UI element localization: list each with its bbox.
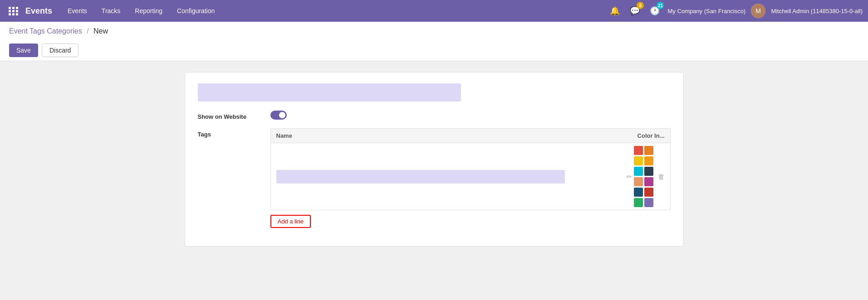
nav-configuration[interactable]: Configuration <box>171 5 221 17</box>
color-swatch[interactable] <box>634 188 643 197</box>
col-name: Name <box>270 129 570 143</box>
tags-section: Name Color In... ✏ <box>270 128 671 228</box>
tag-name-cell <box>270 143 570 210</box>
color-swatch[interactable] <box>634 156 643 165</box>
messages-badge: 6 <box>637 2 644 9</box>
tag-color-cell: ✏ 🗑 <box>570 143 670 210</box>
form-card: Show on Website ✓ Tags Name Color In... <box>185 72 684 247</box>
color-swatch[interactable] <box>634 167 643 176</box>
color-swatch[interactable] <box>644 167 653 176</box>
tags-table: Name Color In... ✏ <box>270 128 671 210</box>
tags-table-header: Name Color In... <box>270 129 670 143</box>
breadcrumb-bar: Event Tags Categories / New Save Discard <box>0 22 868 61</box>
action-bar: Save Discard <box>9 40 859 61</box>
nav-events[interactable]: Events <box>61 5 93 17</box>
main-content: Show on Website ✓ Tags Name Color In... <box>0 61 868 300</box>
topbar-nav: Events Tracks Reporting Configuration <box>61 5 608 17</box>
apps-icon[interactable] <box>5 3 22 19</box>
topbar: Events Events Tracks Reporting Configura… <box>0 0 868 22</box>
color-swatch[interactable] <box>644 188 653 197</box>
svg-text:M: M <box>756 7 761 15</box>
add-line-button[interactable]: Add a line <box>270 215 311 228</box>
activities-icon[interactable]: 🕐 21 <box>647 4 662 18</box>
breadcrumb-separator: / <box>87 27 88 35</box>
category-name-input[interactable] <box>198 83 461 102</box>
discard-button[interactable]: Discard <box>42 44 78 57</box>
user-avatar[interactable]: M <box>751 4 765 18</box>
tags-row: Tags Name Color In... <box>198 128 671 228</box>
color-edit-icon[interactable]: ✏ <box>627 173 632 180</box>
show-on-website-toggle-wrapper: ✓ <box>270 111 671 121</box>
color-swatch[interactable] <box>634 198 643 207</box>
notification-bell-icon[interactable]: 🔔 <box>608 4 622 18</box>
breadcrumb-parent[interactable]: Event Tags Categories <box>9 27 82 35</box>
delete-row-icon[interactable]: 🗑 <box>658 173 665 180</box>
show-on-website-row: Show on Website ✓ <box>198 111 671 121</box>
user-menu[interactable]: Mitchell Admin (11485380-15-0-all) <box>771 8 863 15</box>
messages-icon[interactable]: 💬 6 <box>628 4 642 18</box>
color-swatch[interactable] <box>644 146 653 155</box>
col-color: Color In... <box>570 129 670 143</box>
company-selector[interactable]: My Company (San Francisco) <box>667 8 745 15</box>
show-on-website-toggle[interactable]: ✓ <box>270 111 287 120</box>
tag-name-input[interactable] <box>276 170 565 184</box>
nav-reporting[interactable]: Reporting <box>128 5 169 17</box>
table-row: ✏ 🗑 <box>270 143 670 210</box>
breadcrumb: Event Tags Categories / New <box>9 27 859 35</box>
show-on-website-label: Show on Website <box>198 111 270 120</box>
app-brand[interactable]: Events <box>25 6 52 16</box>
color-swatch[interactable] <box>644 156 653 165</box>
nav-tracks[interactable]: Tracks <box>95 5 127 17</box>
toggle-check-icon: ✓ <box>281 113 285 118</box>
color-swatch[interactable] <box>644 198 653 207</box>
color-swatch[interactable] <box>644 177 653 186</box>
color-swatch[interactable] <box>634 177 643 186</box>
save-button[interactable]: Save <box>9 44 38 57</box>
color-picker-area: ✏ 🗑 <box>576 146 665 207</box>
activities-badge: 21 <box>657 2 664 9</box>
topbar-right: 🔔 💬 6 🕐 21 My Company (San Francisco) M … <box>608 4 863 18</box>
color-swatch[interactable] <box>634 146 643 155</box>
tags-label: Tags <box>198 128 270 138</box>
breadcrumb-current: New <box>93 27 108 35</box>
color-grid <box>634 146 653 207</box>
